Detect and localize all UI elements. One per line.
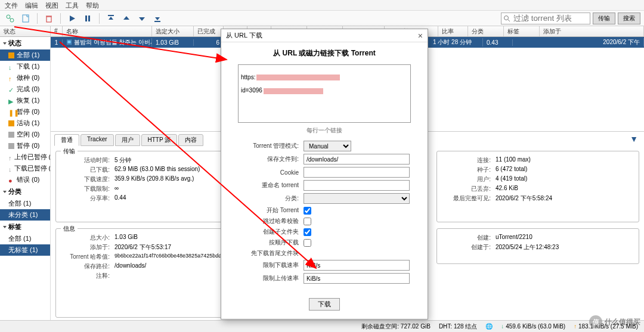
- add-link-icon[interactable]: [4, 12, 17, 25]
- pause-icon[interactable]: [81, 12, 94, 25]
- rename-input[interactable]: [304, 180, 410, 191]
- sidebar-ul-paused[interactable]: ↑上传已暂停 (0): [0, 151, 50, 163]
- svg-rect-6: [85, 15, 87, 21]
- skiphash-checkbox[interactable]: [304, 218, 311, 225]
- menubar: 文件 编辑 视图 工具 帮助: [0, 0, 644, 11]
- col-num[interactable]: #: [51, 26, 63, 36]
- search-button[interactable]: 搜索: [618, 13, 640, 24]
- sidebar-seeding[interactable]: ↑做种 (0): [0, 72, 50, 83]
- menu-tools[interactable]: 工具: [66, 1, 79, 9]
- close-icon[interactable]: ×: [418, 31, 423, 41]
- add-file-icon[interactable]: [19, 12, 32, 25]
- move-top-icon[interactable]: [104, 12, 117, 25]
- download-button[interactable]: 下载: [309, 298, 340, 311]
- svg-rect-3: [23, 15, 29, 22]
- sidebar-resumed[interactable]: ▶恢复 (1): [0, 95, 50, 106]
- sidebar-active[interactable]: 活动 (1): [0, 117, 50, 129]
- subfolder-checkbox[interactable]: [304, 228, 311, 236]
- filter-input[interactable]: [501, 13, 590, 24]
- menu-edit[interactable]: 编辑: [25, 1, 38, 9]
- sidebar-dl-paused[interactable]: ↓下载已暂停 (0): [0, 163, 50, 174]
- tab-http[interactable]: HTTP 源: [141, 134, 178, 146]
- watermark: 值什么值得买: [589, 315, 640, 328]
- col-ratio[interactable]: 比率: [438, 26, 468, 36]
- col-done[interactable]: 已完成: [194, 26, 224, 36]
- dl-rate[interactable]: ↓ 459.6 KiB/s (63.0 MiB): [501, 323, 565, 330]
- move-up-icon[interactable]: [120, 12, 133, 25]
- connection-icon[interactable]: 🌐: [485, 323, 493, 330]
- start-checkbox[interactable]: [304, 207, 311, 215]
- dialog-hint: 每行一个链接: [221, 126, 428, 135]
- sidebar-tags-header: 标签: [8, 222, 21, 231]
- dialog-title: 从 URL 下载: [226, 31, 262, 40]
- statusbar: 剩余磁盘空间: 727.02 GiB DHT: 128 结点 🌐 ↓ 459.6…: [0, 320, 644, 332]
- tab-content[interactable]: 内容: [178, 134, 203, 146]
- sidebar-status-header: 状态: [8, 39, 21, 48]
- sidebar-tag-all[interactable]: 全部 (1): [0, 233, 50, 244]
- dialog-heading: 从 URL 或磁力链接下载 Torrent: [221, 42, 428, 64]
- ullimit-input[interactable]: [304, 273, 410, 284]
- col-tags[interactable]: 标签: [504, 26, 540, 36]
- sidebar-cat-uncategorized[interactable]: 未分类 (1): [0, 209, 50, 221]
- col-category[interactable]: 分类: [468, 26, 504, 36]
- sidebar-tag-untagged[interactable]: 无标签 (1): [0, 244, 50, 256]
- sidebar-downloading[interactable]: ↓下载 (1): [0, 61, 50, 72]
- tab-tracker[interactable]: Tracker: [80, 134, 114, 146]
- svg-rect-7: [88, 15, 90, 21]
- add-url-dialog: 从 URL 下载 × 从 URL 或磁力链接下载 Torrent https: …: [221, 29, 428, 319]
- toolbar: 传输 搜索: [0, 11, 644, 26]
- dllimit-input[interactable]: [304, 260, 410, 271]
- col-added[interactable]: 添加于: [540, 26, 644, 36]
- url-textarea[interactable]: https: id=3096: [238, 64, 411, 123]
- seqdl-checkbox[interactable]: [304, 239, 311, 247]
- sidebar-completed[interactable]: ✓完成 (0): [0, 83, 50, 95]
- tab-general[interactable]: 普通: [54, 134, 79, 146]
- transfer-panel: 传输 活动时间:5 分钟 已下载:62.9 MiB (63.0 MiB this…: [55, 151, 240, 222]
- move-down-icon[interactable]: [135, 12, 148, 25]
- saveto-input[interactable]: [304, 154, 410, 165]
- creation-panel: 创建:uTorrent/2210 创建于:2020/5/24 上午12:48:2…: [436, 228, 639, 264]
- svg-line-2: [10, 18, 11, 19]
- mode-select[interactable]: Manual: [304, 141, 351, 151]
- transfers-button[interactable]: 传输: [593, 13, 615, 24]
- menu-file[interactable]: 文件: [5, 1, 18, 9]
- menu-view[interactable]: 视图: [45, 1, 58, 9]
- col-size[interactable]: 选定大小: [152, 26, 194, 36]
- sidebar-category-header: 分类: [8, 187, 21, 196]
- delete-icon[interactable]: [42, 12, 55, 25]
- collapse-icon[interactable]: ▼: [630, 134, 638, 146]
- conn-panel: 连接:11 (100 max) 种子:6 (472 total) 用户:4 (4…: [436, 151, 639, 222]
- sidebar-errored[interactable]: ●错误 (0): [0, 174, 50, 185]
- category-select[interactable]: [304, 193, 410, 204]
- disk-space: 剩余磁盘空间: 727.02 GiB: [361, 322, 431, 331]
- col-status[interactable]: 状态: [0, 26, 51, 36]
- sidebar-all[interactable]: 全部 (1): [0, 49, 50, 61]
- info-panel: 信息 总大小:1.03 GiB 添加于:2020/6/2 下午5:53:17 T…: [55, 228, 240, 318]
- menu-help[interactable]: 帮助: [86, 1, 99, 9]
- sidebar-stalled[interactable]: 暂停 (0): [0, 140, 50, 151]
- resume-icon[interactable]: [66, 12, 79, 25]
- dht-status: DHT: 128 结点: [439, 322, 477, 331]
- col-name[interactable]: 名称: [63, 26, 152, 36]
- sidebar-idle[interactable]: 空闲 (0): [0, 129, 50, 140]
- sidebar-paused[interactable]: ❚❚暂停 (0): [0, 106, 50, 117]
- move-bottom-icon[interactable]: [151, 12, 164, 25]
- sidebar: 状态 全部 (1) ↓下载 (1) ↑做种 (0) ✓完成 (0) ▶恢复 (1…: [0, 37, 51, 320]
- tab-peers[interactable]: 用户: [115, 134, 140, 146]
- cookie-input[interactable]: [304, 167, 410, 178]
- sidebar-cat-all[interactable]: 全部 (1): [0, 198, 50, 209]
- svg-rect-4: [47, 17, 51, 22]
